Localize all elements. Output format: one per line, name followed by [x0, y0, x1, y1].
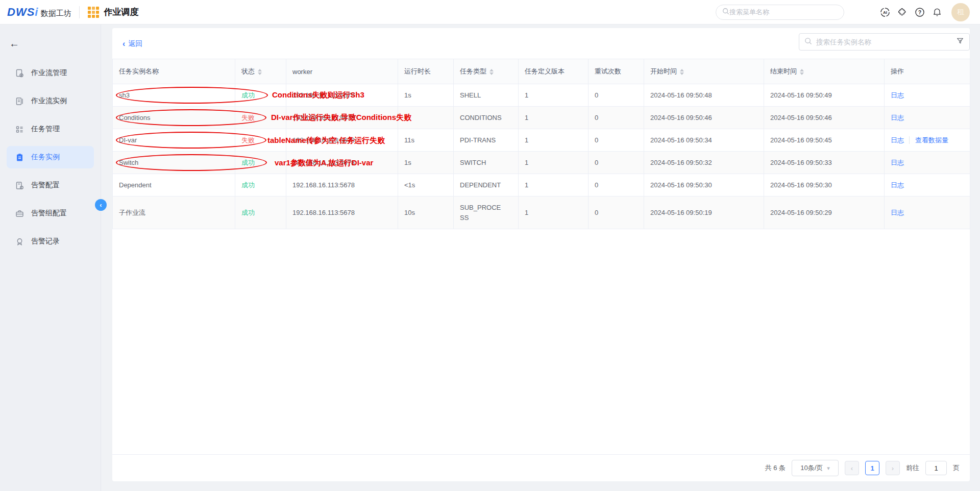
task-instance-icon	[15, 153, 24, 162]
workflow-manage-icon	[15, 69, 24, 78]
content-card: ‹ 返回 任务实例名称 状态 worker 运行时长 任务类型 任务定义版本 重…	[112, 28, 970, 481]
next-page-button[interactable]: ›	[886, 461, 900, 475]
plugins-icon[interactable]	[897, 7, 908, 17]
cell-duration: 1s	[398, 84, 454, 107]
status-badge: 失败	[241, 136, 255, 144]
page-size-value: 10条/页	[800, 463, 823, 473]
cell-worker: 192.168.16.113:5678	[286, 174, 398, 197]
sort-caret-icon[interactable]	[800, 69, 804, 75]
alert-group-icon	[15, 209, 24, 218]
col-task-instance-name: 任务实例名称	[113, 59, 235, 84]
goto-page-input[interactable]	[925, 461, 947, 475]
cell-start-time: 2024-05-16 09:50:34	[644, 129, 764, 152]
cell-status: 失败	[235, 129, 286, 152]
view-data-volume-link[interactable]: 查看数据量	[909, 136, 948, 144]
table-header-row: 任务实例名称 状态 worker 运行时长 任务类型 任务定义版本 重试次数 开…	[113, 59, 970, 84]
app-grid-icon[interactable]	[88, 7, 99, 18]
task-manage-icon	[15, 125, 24, 134]
cell-start-time: 2024-05-16 09:50:19	[644, 197, 764, 229]
cell-actions: 日志	[885, 84, 970, 107]
sidebar-item-label: 作业流实例	[31, 96, 67, 106]
log-link[interactable]: 日志	[891, 136, 904, 144]
table-row: Switch 成功 192.168.16.113:5678 1s SWITCH …	[113, 152, 970, 174]
col-start-time[interactable]: 开始时间	[644, 59, 764, 84]
menu-search-box[interactable]	[716, 5, 844, 20]
cell-worker: 192.168.16.113:5678	[286, 84, 398, 107]
prev-page-button[interactable]: ‹	[845, 461, 859, 475]
cell-task-type: SWITCH	[454, 152, 519, 174]
cell-retries: 0	[589, 174, 644, 197]
sidebar-item-workflow-instance[interactable]: 作业流实例	[7, 90, 94, 112]
task-instance-table: 任务实例名称 状态 worker 运行时长 任务类型 任务定义版本 重试次数 开…	[112, 59, 970, 229]
log-link[interactable]: 日志	[891, 91, 904, 99]
cell-status: 成功	[235, 174, 286, 197]
instance-search-input[interactable]	[816, 38, 952, 46]
current-page-button[interactable]: 1	[865, 461, 879, 475]
sidebar-item-task-manage[interactable]: 任务管理	[7, 118, 94, 140]
cell-task-name: Switch	[113, 152, 235, 174]
sidebar-item-alert-config[interactable]: 告警配置	[7, 174, 94, 197]
cell-start-time: 2024-05-16 09:50:30	[644, 174, 764, 197]
back-arrow-icon[interactable]: ←	[9, 38, 21, 50]
cell-actions: 日志	[885, 107, 970, 129]
cell-retries: 0	[589, 152, 644, 174]
notification-bell-icon[interactable]	[932, 7, 942, 17]
sidebar-item-alert-record[interactable]: 告警记录	[7, 230, 94, 253]
cell-task-name: DI-var	[113, 129, 235, 152]
cell-version: 1	[519, 174, 589, 197]
cell-task-type: SHELL	[454, 84, 519, 107]
back-button[interactable]: ‹ 返回	[122, 39, 142, 48]
cell-end-time: 2024-05-16 09:50:45	[764, 129, 885, 152]
log-link[interactable]: 日志	[891, 159, 904, 166]
col-end-time[interactable]: 结束时间	[764, 59, 885, 84]
pagination: 共 6 条 10条/页 ▾ ‹ 1 › 前往 页	[112, 454, 970, 481]
table-row: Dependent 成功 192.168.16.113:5678 <1s DEP…	[113, 174, 970, 197]
sidebar-item-label: 任务管理	[31, 125, 60, 134]
cell-task-name: Dependent	[113, 174, 235, 197]
log-link[interactable]: 日志	[891, 181, 904, 189]
alert-config-icon	[15, 181, 24, 190]
sort-caret-icon[interactable]	[258, 69, 262, 75]
back-label: 返回	[128, 39, 142, 48]
sidebar-collapse-toggle[interactable]: ‹	[95, 199, 107, 211]
status-badge: 成功	[241, 91, 255, 99]
filter-funnel-icon[interactable]	[956, 37, 964, 47]
col-retries: 重试次数	[589, 59, 644, 84]
menu-search-input[interactable]	[729, 8, 838, 16]
user-avatar[interactable]: 租	[951, 3, 970, 21]
workflow-instance-icon	[15, 97, 24, 106]
status-badge: 成功	[241, 209, 255, 216]
sidebar-item-workflow-manage[interactable]: 作业流管理	[7, 62, 94, 84]
topbar: DWSi 数据工坊 作业调度 AI ? 租	[0, 0, 980, 24]
cell-status: 失败	[235, 107, 286, 129]
status-badge: 成功	[241, 159, 255, 166]
cell-end-time: 2024-05-16 09:50:46	[764, 107, 885, 129]
page-size-select[interactable]: 10条/页 ▾	[792, 460, 839, 476]
total-count: 共 6 条	[765, 463, 786, 473]
page-title: 作业调度	[104, 6, 138, 18]
log-link[interactable]: 日志	[891, 114, 904, 121]
logo-i: i	[35, 6, 38, 19]
cell-worker: 192.168.16.113:5678	[286, 197, 398, 229]
instance-search-box[interactable]	[799, 33, 970, 51]
table-row: DI-var 失败 192.168.16.113:5678 11s PDI-TR…	[113, 129, 970, 152]
cell-task-type: SUB_PROCESS	[454, 197, 519, 229]
ai-assistant-icon[interactable]: AI	[880, 7, 890, 17]
cell-start-time: 2024-05-16 09:50:48	[644, 84, 764, 107]
cell-retries: 0	[589, 129, 644, 152]
cell-actions: 日志	[885, 197, 970, 229]
status-badge: 成功	[241, 181, 255, 189]
sidebar-item-label: 告警配置	[31, 181, 60, 190]
help-icon[interactable]: ?	[915, 7, 925, 17]
cell-task-name: 子作业流	[113, 197, 235, 229]
cell-retries: 0	[589, 197, 644, 229]
sort-caret-icon[interactable]	[680, 69, 684, 75]
cell-version: 1	[519, 107, 589, 129]
sort-caret-icon[interactable]	[489, 69, 494, 75]
col-status[interactable]: 状态	[235, 59, 286, 84]
log-link[interactable]: 日志	[891, 209, 904, 216]
sidebar-item-alert-group-config[interactable]: 告警组配置	[7, 202, 94, 225]
cell-duration: 1s	[398, 152, 454, 174]
sidebar-item-task-instance[interactable]: 任务实例	[7, 146, 94, 168]
col-task-type[interactable]: 任务类型	[454, 59, 519, 84]
